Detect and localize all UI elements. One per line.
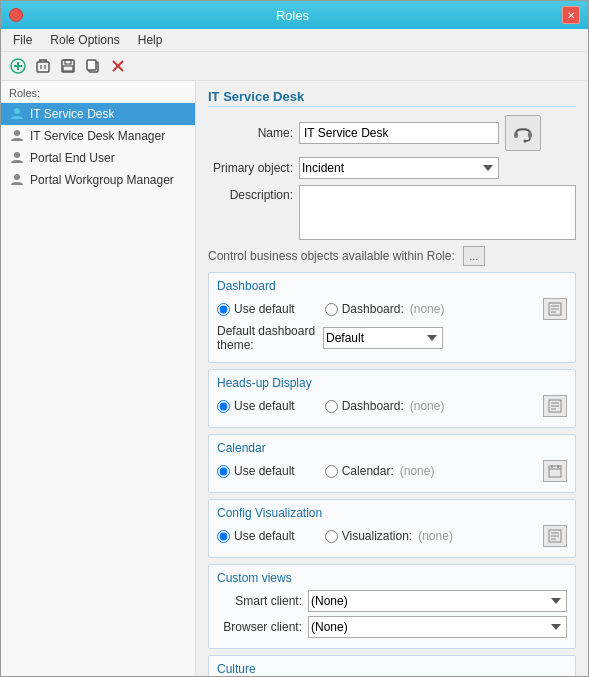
main-window: Roles ✕ File Role Options Help Roles: [0,0,589,677]
config-viz-radio-row: Use default Visualization: (none) [217,525,567,547]
delete-button[interactable] [32,55,54,77]
window-title: Roles [23,8,562,23]
dashboard-section: Dashboard Use default Dashboard: (none) [208,272,576,363]
heads-up-browse-button[interactable] [543,395,567,417]
remove-button[interactable] [107,55,129,77]
calendar-use-default: Use default [217,464,295,478]
calendar-calendar-radio[interactable] [325,465,338,478]
role-icon-portal-end-user [9,150,25,166]
sidebar-item-it-service-desk[interactable]: IT Service Desk [1,103,195,125]
heads-up-dashboard: Dashboard: (none) [325,399,445,413]
title-controls: ✕ [562,6,580,24]
dashboard-radio-row: Use default Dashboard: (none) [217,298,567,320]
heads-up-title: Heads-up Display [217,376,567,390]
svg-rect-21 [528,132,532,138]
primary-object-row: Primary object: Incident Service Request… [208,157,576,179]
browser-client-select[interactable]: (None) [308,616,567,638]
heads-up-use-default: Use default [217,399,295,413]
detail-panel: IT Service Desk Name: Primary object: In… [196,81,588,676]
heads-up-dashboard-radio[interactable] [325,400,338,413]
browser-client-row: Browser client: (None) [217,616,567,638]
heads-up-dashboard-value: (none) [410,399,445,413]
calendar-use-default-label: Use default [234,464,295,478]
svg-rect-11 [63,66,73,71]
custom-views-title: Custom views [217,571,567,585]
svg-point-19 [14,174,20,180]
svg-point-16 [14,108,20,114]
heads-up-dashboard-label: Dashboard: [342,399,404,413]
calendar-calendar: Calendar: (none) [325,464,435,478]
config-viz-viz: Visualization: (none) [325,529,453,543]
window-dot [9,8,23,22]
calendar-browse-button[interactable] [543,460,567,482]
biz-objects-button[interactable]: ... [463,246,485,266]
add-button[interactable] [7,55,29,77]
heads-up-section: Heads-up Display Use default Dashboard: … [208,369,576,428]
menu-role-options[interactable]: Role Options [42,31,127,49]
calendar-calendar-label: Calendar: [342,464,394,478]
svg-rect-31 [549,466,561,477]
dashboard-use-default: Use default [217,302,295,316]
calendar-use-default-radio[interactable] [217,465,230,478]
config-viz-use-default: Use default [217,529,295,543]
name-input[interactable] [299,122,499,144]
description-row: Description: [208,185,576,240]
description-input[interactable] [299,185,576,240]
dashboard-dashboard-value: (none) [410,302,445,316]
menu-bar: File Role Options Help [1,29,588,52]
config-viz-use-default-radio[interactable] [217,530,230,543]
config-viz-section: Config Visualization Use default Visuali… [208,499,576,558]
dashboard-dashboard-label: Dashboard: [342,302,404,316]
svg-rect-3 [37,62,49,72]
svg-rect-20 [514,132,518,138]
config-viz-viz-radio[interactable] [325,530,338,543]
menu-file[interactable]: File [5,31,40,49]
config-viz-viz-label: Visualization: [342,529,413,543]
primary-object-select[interactable]: Incident Service Request Problem Change [299,157,499,179]
config-viz-use-default-label: Use default [234,529,295,543]
role-icon-it-service-desk [9,106,25,122]
copy-button[interactable] [82,55,104,77]
dashboard-use-default-label: Use default [234,302,295,316]
calendar-calendar-value: (none) [400,464,435,478]
svg-point-22 [524,140,527,143]
config-viz-browse-button[interactable] [543,525,567,547]
dashboard-theme-row: Default dashboard theme: Default Light D… [217,324,567,352]
dashboard-theme-select[interactable]: Default Light Dark [323,327,443,349]
calendar-radio-row: Use default Calendar: (none) [217,460,567,482]
role-icon-portal-workgroup-manager [9,172,25,188]
dashboard-theme-label: Default dashboard theme: [217,324,317,352]
svg-rect-10 [65,60,71,64]
smart-client-label: Smart client: [217,594,302,608]
sidebar-item-portal-end-user[interactable]: Portal End User [1,147,195,169]
sidebar: Roles: IT Service Desk IT Service Desk M… [1,81,196,676]
sidebar-item-portal-workgroup-manager[interactable]: Portal Workgroup Manager [1,169,195,191]
role-icon-it-service-desk-manager [9,128,25,144]
sidebar-item-it-service-desk-manager[interactable]: IT Service Desk Manager [1,125,195,147]
sidebar-item-label-portal-workgroup-manager: Portal Workgroup Manager [30,173,174,187]
dashboard-dashboard: Dashboard: (none) [325,302,445,316]
headset-button[interactable] [505,115,541,151]
config-viz-viz-value: (none) [418,529,453,543]
smart-client-select[interactable]: (None) [308,590,567,612]
biz-objects-text: Control business objects available withi… [208,249,455,263]
heads-up-use-default-radio[interactable] [217,400,230,413]
sidebar-item-label-it-service-desk-manager: IT Service Desk Manager [30,129,165,143]
description-label: Description: [208,185,293,202]
sidebar-label: Roles: [1,85,195,103]
heads-up-use-default-label: Use default [234,399,295,413]
dashboard-dashboard-radio[interactable] [325,303,338,316]
detail-section-title: IT Service Desk [208,89,576,107]
dashboard-title: Dashboard [217,279,567,293]
main-content: Roles: IT Service Desk IT Service Desk M… [1,81,588,676]
sidebar-item-label-portal-end-user: Portal End User [30,151,115,165]
biz-objects-row: Control business objects available withi… [208,246,576,266]
save-button[interactable] [57,55,79,77]
svg-rect-13 [87,60,96,70]
name-row: Name: [208,115,576,151]
menu-help[interactable]: Help [130,31,171,49]
dashboard-browse-button[interactable] [543,298,567,320]
close-button[interactable]: ✕ [562,6,580,24]
primary-object-label: Primary object: [208,161,293,175]
dashboard-use-default-radio[interactable] [217,303,230,316]
